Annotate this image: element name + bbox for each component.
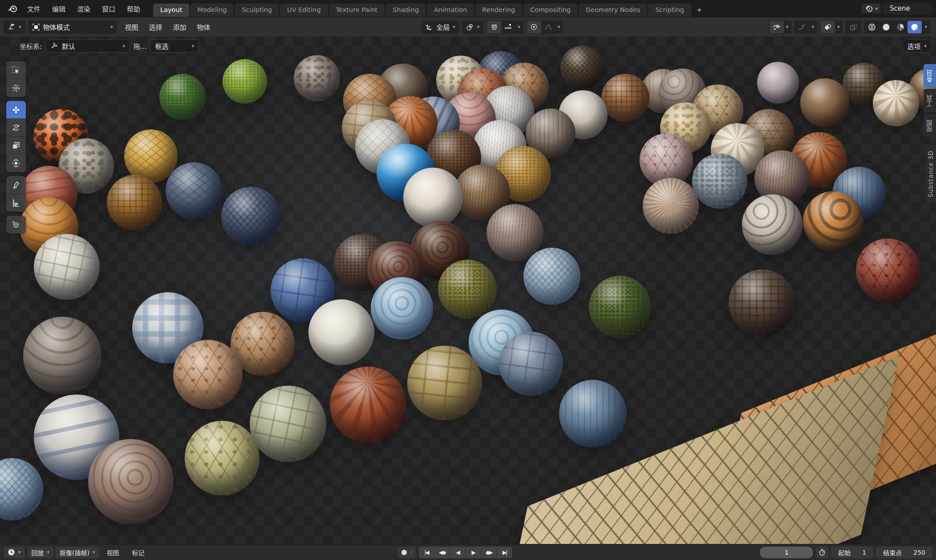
shading-solid-icon[interactable]	[879, 21, 893, 33]
material-preview-sphere[interactable]	[499, 332, 563, 396]
header-menu-物体[interactable]: 物体	[192, 20, 216, 33]
snap-target-button[interactable]	[501, 21, 515, 33]
chevron-down-icon[interactable]: ▾	[809, 24, 816, 29]
chevron-down-icon[interactable]: ▾	[784, 24, 791, 29]
frame-start-field[interactable]: 起始 1	[831, 547, 873, 558]
scale-tool[interactable]	[6, 137, 26, 154]
sidebar-tab-条目[interactable]: 条目	[924, 64, 936, 88]
material-preview-sphere[interactable]	[403, 168, 463, 227]
select-box-tool[interactable]	[6, 61, 26, 79]
workspace-tab-layout[interactable]: Layout	[153, 4, 189, 17]
menu-窗口[interactable]: 窗口	[96, 3, 121, 15]
material-preview-sphere[interactable]	[330, 367, 406, 443]
add-workspace-button[interactable]: +	[692, 4, 706, 17]
coord-system-dropdown[interactable]: 默认 ▾	[45, 39, 130, 52]
jump-to-start-button[interactable]: |◀	[419, 547, 434, 558]
material-preview-sphere[interactable]	[800, 78, 849, 127]
workspace-tab-shading[interactable]: Shading	[385, 4, 426, 17]
chevron-down-icon[interactable]: ▾	[515, 24, 523, 29]
prev-keyframe-button[interactable]: ◀◆	[434, 547, 450, 558]
material-preview-sphere[interactable]	[757, 62, 799, 104]
material-preview-sphere[interactable]	[803, 191, 863, 252]
menu-文件[interactable]: 文件	[21, 3, 46, 15]
material-preview-sphere[interactable]	[438, 260, 497, 318]
workspace-tab-texture-paint[interactable]: Texture Paint	[329, 4, 385, 17]
material-preview-sphere[interactable]	[0, 458, 43, 520]
add-cube-tool[interactable]	[6, 216, 26, 234]
editor-type-button[interactable]: ▾	[4, 20, 25, 34]
shading-rendered-icon[interactable]	[908, 21, 922, 33]
move-tool[interactable]	[6, 101, 26, 119]
measure-tool[interactable]	[6, 194, 26, 212]
material-preview-sphere[interactable]	[250, 386, 326, 462]
drag-mode-dropdown[interactable]: 框选 ▾	[150, 39, 199, 52]
material-preview-sphere[interactable]	[742, 194, 802, 255]
material-preview-sphere[interactable]	[486, 204, 543, 261]
scene-selector-button[interactable]: ▾	[862, 4, 881, 13]
play-button[interactable]: ▶	[466, 547, 481, 558]
mode-selector[interactable]: 物体模式 ▾	[28, 20, 117, 34]
material-preview-sphere[interactable]	[107, 175, 162, 230]
workspace-tab-scripting[interactable]: Scripting	[648, 4, 691, 17]
rotate-tool[interactable]	[6, 119, 26, 137]
material-preview-sphere[interactable]	[873, 80, 919, 126]
header-menu-添加[interactable]: 添加	[168, 20, 192, 33]
material-preview-sphere[interactable]	[223, 59, 267, 104]
gizmo-icon[interactable]	[795, 21, 809, 33]
material-preview-sphere[interactable]	[166, 162, 223, 219]
material-preview-sphere[interactable]	[88, 439, 174, 524]
material-preview-sphere[interactable]	[23, 317, 101, 395]
workspace-tab-modeling[interactable]: Modeling	[190, 4, 234, 17]
frame-end-field[interactable]: 结束点 250	[876, 547, 932, 558]
transform-tool[interactable]	[6, 154, 26, 172]
annotate-tool[interactable]	[6, 176, 26, 194]
material-preview-sphere[interactable]	[159, 74, 206, 120]
timeline-menu-抠像(插帧)[interactable]: 抠像(插帧)▾	[56, 547, 99, 558]
material-preview-sphere[interactable]	[371, 277, 433, 339]
material-preview-sphere[interactable]	[34, 234, 100, 300]
material-preview-sphere[interactable]	[559, 380, 627, 447]
material-preview-sphere[interactable]	[856, 238, 920, 302]
menu-编辑[interactable]: 编辑	[46, 3, 71, 15]
current-frame-field[interactable]: 1	[760, 547, 813, 558]
material-preview-sphere[interactable]	[523, 248, 580, 305]
workspace-tab-animation[interactable]: Animation	[427, 4, 474, 17]
material-preview-sphere[interactable]	[221, 187, 280, 246]
sidebar-tab-视图[interactable]: 视图	[924, 114, 936, 137]
material-preview-sphere[interactable]	[692, 153, 747, 209]
material-preview-sphere[interactable]	[173, 340, 243, 409]
overlays-icon[interactable]	[821, 21, 835, 33]
sidebar-tab-工具[interactable]: 工具	[924, 89, 936, 113]
timeline-menu-视图[interactable]: 视图	[101, 546, 125, 559]
visibility-eye-icon[interactable]	[770, 21, 784, 33]
chevron-down-icon[interactable]: ▾	[835, 24, 842, 29]
shading-dropdown-chevron[interactable]: ▾	[922, 24, 930, 29]
material-preview-sphere[interactable]	[294, 55, 340, 101]
timeline-menu-标记[interactable]: 标记	[127, 546, 150, 559]
workspace-tab-rendering[interactable]: Rendering	[475, 4, 522, 17]
play-reverse-button[interactable]: ◀	[450, 547, 466, 558]
material-preview-sphere[interactable]	[589, 276, 651, 338]
workspace-tab-uv-editing[interactable]: UV Editing	[280, 4, 328, 17]
falloff-curve-dropdown[interactable]	[541, 21, 555, 33]
sidebar-tab-Substance 3D[interactable]: Substance 3D	[925, 145, 936, 203]
material-preview-sphere[interactable]	[308, 299, 374, 365]
timeline-menu-回放[interactable]: 回放▾	[28, 547, 54, 558]
timeline-editor-type-button[interactable]: ▾	[4, 547, 25, 558]
material-preview-sphere[interactable]	[643, 178, 699, 234]
menu-渲染[interactable]: 渲染	[71, 3, 96, 15]
shading-wireframe-icon[interactable]	[865, 21, 879, 33]
header-menu-选择[interactable]: 选择	[144, 20, 168, 33]
xray-toggle-icon[interactable]	[846, 21, 860, 33]
header-menu-视图[interactable]: 视图	[120, 20, 144, 33]
3d-viewport[interactable]: 坐标系: 默认 ▾ 拖... 框选 ▾ 选项 ▾ 条目工具视图Substance…	[0, 36, 936, 544]
workspace-tab-sculpting[interactable]: Sculpting	[235, 4, 279, 17]
shading-material-icon[interactable]	[893, 21, 908, 33]
use-preview-range-toggle[interactable]	[816, 547, 828, 558]
transform-orientation-dropdown[interactable]: 全局 ▾	[421, 20, 459, 34]
material-preview-sphere[interactable]	[407, 346, 482, 420]
blender-logo-icon[interactable]	[7, 3, 19, 14]
cursor-tool[interactable]	[6, 79, 26, 97]
next-keyframe-button[interactable]: ◆▶	[481, 547, 497, 558]
workspace-tab-geometry-nodes[interactable]: Geometry Nodes	[579, 4, 647, 17]
